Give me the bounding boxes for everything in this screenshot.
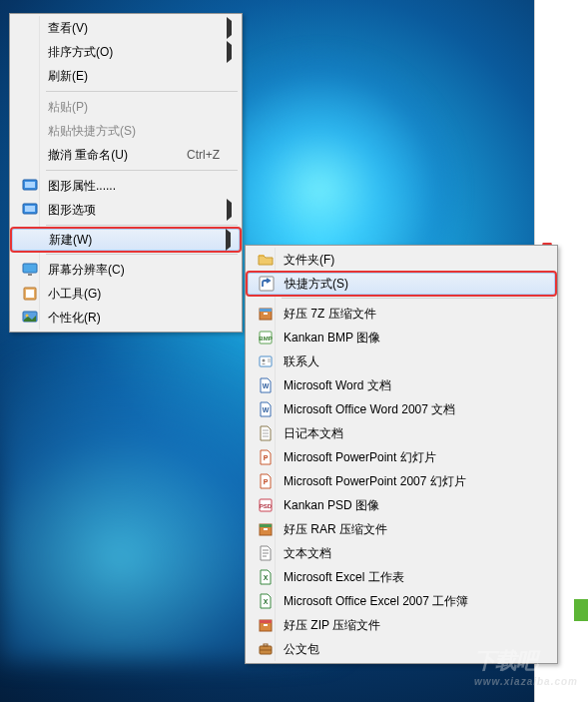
menu-label: Kankan PSD 图像 xyxy=(280,497,535,514)
submenu-item-haozip-rar[interactable]: 好压 RAR 压缩文件 xyxy=(248,517,555,541)
submenu-item-word-doc[interactable]: W Microsoft Word 文档 xyxy=(248,373,555,397)
svg-rect-31 xyxy=(264,528,268,530)
menu-label: 粘贴快捷方式(S) xyxy=(44,123,220,140)
submenu-item-ppt-2007[interactable]: P Microsoft PowerPoint 2007 幻灯片 xyxy=(248,469,555,493)
screen-resolution-icon xyxy=(16,262,44,278)
submenu-item-shortcut[interactable]: 快捷方式(S) xyxy=(248,273,555,295)
menu-label: Microsoft PowerPoint 幻灯片 xyxy=(280,449,535,466)
menu-item-new[interactable]: 新建(W) xyxy=(12,229,240,251)
submenu-item-kankan-psd[interactable]: PSD Kankan PSD 图像 xyxy=(248,493,555,517)
menu-label: 刷新(E) xyxy=(44,68,220,85)
journal-icon xyxy=(252,425,280,441)
menu-label: 个性化(R) xyxy=(44,310,220,327)
graphics-props-icon xyxy=(16,178,44,194)
submenu-item-kankan-bmp[interactable]: BMP Kankan BMP 图像 xyxy=(248,326,555,350)
menu-item-screen-resolution[interactable]: 屏幕分辨率(C) xyxy=(12,258,240,282)
contact-icon xyxy=(252,353,280,369)
submenu-item-briefcase[interactable]: 公文包 xyxy=(248,637,555,661)
menu-separator xyxy=(46,91,238,92)
submenu-item-haozip-zip[interactable]: 好压 ZIP 压缩文件 xyxy=(248,613,555,637)
svg-text:X: X xyxy=(264,574,269,581)
submenu-item-excel[interactable]: X Microsoft Excel 工作表 xyxy=(248,565,555,589)
submenu-item-excel-2007[interactable]: X Microsoft Office Excel 2007 工作簿 xyxy=(248,589,555,613)
submenu-item-folder[interactable]: 文件夹(F) xyxy=(248,248,555,272)
green-fragment xyxy=(574,599,588,621)
menu-label: 新建(W) xyxy=(45,232,219,249)
submenu-item-journal[interactable]: 日记本文档 xyxy=(248,421,555,445)
svg-rect-4 xyxy=(23,264,37,273)
archive-zip-icon xyxy=(252,617,280,633)
menu-item-graphics-options[interactable]: 图形选项 xyxy=(12,198,240,222)
menu-separator xyxy=(46,170,238,171)
chevron-right-icon xyxy=(227,41,232,63)
svg-point-17 xyxy=(263,359,266,362)
excel-2007-icon: X xyxy=(252,593,280,609)
txt-icon xyxy=(252,545,280,561)
menu-label: Microsoft Office Word 2007 文档 xyxy=(280,401,535,418)
svg-text:P: P xyxy=(264,454,269,461)
menu-label: 文件夹(F) xyxy=(280,252,535,269)
svg-text:W: W xyxy=(263,382,270,389)
gadgets-icon xyxy=(16,286,44,302)
menu-label: 日记本文档 xyxy=(280,425,535,442)
menu-label: 文本文档 xyxy=(280,545,535,562)
svg-text:P: P xyxy=(264,478,269,485)
psd-icon: PSD xyxy=(252,497,280,513)
menu-separator xyxy=(282,298,553,299)
submenu-item-contact[interactable]: 联系人 xyxy=(248,350,555,373)
menu-label: 查看(V) xyxy=(44,20,220,37)
graphics-options-icon xyxy=(16,202,44,218)
svg-rect-39 xyxy=(264,624,268,626)
menu-item-view[interactable]: 查看(V) xyxy=(12,16,240,40)
menu-item-personalize[interactable]: 个性化(R) xyxy=(12,306,240,330)
menu-label: 好压 RAR 压缩文件 xyxy=(280,521,535,538)
excel-icon: X xyxy=(252,569,280,585)
svg-rect-12 xyxy=(260,309,272,312)
word-doc-icon: W xyxy=(252,377,280,393)
menu-label: 小工具(G) xyxy=(44,286,220,303)
svg-rect-3 xyxy=(25,206,35,212)
menu-label: Kankan BMP 图像 xyxy=(280,330,535,347)
menu-item-refresh[interactable]: 刷新(E) xyxy=(12,64,240,88)
menu-label: 图形选项 xyxy=(44,202,220,219)
submenu-item-ppt[interactable]: P Microsoft PowerPoint 幻灯片 xyxy=(248,445,555,469)
bmp-icon: BMP xyxy=(252,330,280,346)
menu-label: 联系人 xyxy=(280,353,535,370)
menu-item-undo-rename[interactable]: 撤消 重命名(U) Ctrl+Z xyxy=(12,143,240,167)
submenu-item-word-2007[interactable]: W Microsoft Office Word 2007 文档 xyxy=(248,397,555,421)
menu-label: Microsoft Office Excel 2007 工作簿 xyxy=(280,593,535,610)
menu-label: 粘贴(P) xyxy=(44,99,220,116)
briefcase-icon xyxy=(252,641,280,657)
menu-label: 公文包 xyxy=(280,641,535,658)
chevron-right-icon xyxy=(227,199,232,221)
menu-label: 屏幕分辨率(C) xyxy=(44,262,220,279)
menu-label: 图形属性...... xyxy=(44,178,220,195)
menu-label: 好压 7Z 压缩文件 xyxy=(280,306,535,323)
context-menu-main: 查看(V) 排序方式(O) 刷新(E) 粘贴(P) 粘贴快捷方式(S) 撤消 重… xyxy=(9,13,243,333)
svg-rect-38 xyxy=(260,620,272,623)
submenu-item-txt[interactable]: 文本文档 xyxy=(248,541,555,565)
menu-label: 快捷方式(S) xyxy=(281,276,534,293)
menu-item-paste-shortcut: 粘贴快捷方式(S) xyxy=(12,119,240,143)
svg-text:PSD: PSD xyxy=(260,503,273,509)
shortcut-icon xyxy=(253,276,281,292)
context-menu-new-submenu: 文件夹(F) 快捷方式(S) 好压 7Z 压缩文件 BMP Kankan BMP… xyxy=(245,245,558,664)
menu-item-gadgets[interactable]: 小工具(G) xyxy=(12,282,240,306)
ppt-icon: P xyxy=(252,449,280,465)
archive-7z-icon xyxy=(252,306,280,322)
svg-rect-1 xyxy=(25,182,35,188)
ppt-2007-icon: P xyxy=(252,473,280,489)
chevron-right-icon xyxy=(226,229,231,251)
menu-separator xyxy=(46,225,238,226)
menu-label: Microsoft Word 文档 xyxy=(280,377,535,394)
menu-item-sort[interactable]: 排序方式(O) xyxy=(12,40,240,64)
folder-icon xyxy=(252,252,280,268)
personalize-icon xyxy=(16,310,44,326)
svg-rect-13 xyxy=(264,313,268,315)
submenu-item-haozip-7z[interactable]: 好压 7Z 压缩文件 xyxy=(248,302,555,326)
svg-rect-5 xyxy=(28,274,32,276)
menu-item-graphics-props[interactable]: 图形属性...... xyxy=(12,174,240,198)
svg-text:X: X xyxy=(264,598,269,605)
svg-rect-30 xyxy=(260,524,272,527)
svg-text:W: W xyxy=(263,406,270,413)
